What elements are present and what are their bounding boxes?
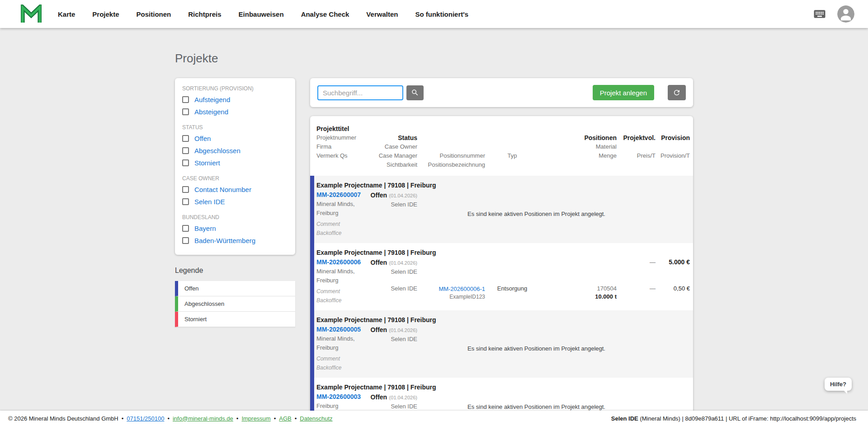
- project-title: Example Projectname | 79108 | Freiburg: [316, 248, 690, 257]
- legend-item-label: Abgeschlossen: [184, 300, 224, 307]
- checkbox-icon[interactable]: [182, 225, 189, 232]
- nav-item-richtpreis[interactable]: Richtpreis: [188, 10, 221, 18]
- checkbox-icon[interactable]: [182, 147, 189, 154]
- legend-title: Legende: [175, 267, 295, 275]
- nav-item-projekte[interactable]: Projekte: [92, 10, 119, 18]
- column-material: Material: [539, 142, 617, 151]
- filter-option-label[interactable]: Bayern: [194, 225, 216, 232]
- position-owner: Selen IDE: [366, 285, 417, 305]
- footer-link-phone[interactable]: 07151/250100: [127, 415, 164, 422]
- checkbox-icon[interactable]: [182, 237, 189, 244]
- case-owner: Selen IDE: [366, 335, 417, 343]
- column-status: Status: [366, 133, 417, 142]
- no-positions-message: Es sind keine aktiven Positionen im Proj…: [417, 403, 656, 410]
- position-menge: 10.000 t: [539, 293, 617, 300]
- nav-item-einbauweisen[interactable]: Einbauweisen: [239, 10, 284, 18]
- legend-item-storniert: Storniert: [175, 312, 295, 327]
- filter-option-label[interactable]: Baden-Württemberg: [194, 237, 255, 244]
- project-number-link[interactable]: MM-202600003: [316, 392, 361, 402]
- no-positions-message: Es sind keine aktiven Positionen im Proj…: [417, 211, 656, 217]
- filter-option-offen[interactable]: Offen: [182, 132, 288, 145]
- keyboard-icon[interactable]: [813, 7, 826, 21]
- checkbox-icon[interactable]: [182, 198, 189, 205]
- case-owner: Selen IDE: [366, 268, 417, 276]
- column-group-status: Status Case Owner Case Manager Sichtbark…: [366, 133, 417, 169]
- filter-option-baden-wuerttemberg[interactable]: Baden-Württemberg: [182, 234, 288, 247]
- project-number-link[interactable]: MM-202600006: [316, 257, 361, 267]
- project-city: Freiburg: [316, 209, 366, 218]
- page-title: Projekte: [175, 51, 693, 66]
- status-badge: Offen: [371, 393, 387, 401]
- position-provision: 0,50 €: [656, 285, 690, 305]
- help-button[interactable]: Hilfe?: [825, 378, 852, 391]
- case-owner: Selen IDE: [366, 201, 417, 208]
- project-note: Backoffice: [316, 296, 366, 305]
- column-provision-t: Provision/T: [656, 151, 690, 160]
- project-number-link[interactable]: MM-202600005: [316, 325, 361, 334]
- nav-item-so-funktionierts[interactable]: So funktioniert's: [415, 10, 468, 18]
- column-projektvol: Projektvol.: [617, 133, 656, 142]
- filter-option-label[interactable]: Storniert: [194, 159, 220, 167]
- footer-link-agb[interactable]: AGB: [279, 415, 291, 422]
- table-header: Projekttitel Projektnummer Firma Vermerk…: [310, 116, 693, 176]
- footer-link-datenschutz[interactable]: Datenschutz: [300, 415, 332, 422]
- nav-item-analyse-check[interactable]: Analyse Check: [301, 10, 349, 18]
- column-vermerk-qs: Vermerk Qs: [316, 151, 366, 160]
- filter-option-label[interactable]: Absteigend: [194, 108, 228, 116]
- refresh-button[interactable]: [668, 85, 686, 100]
- column-group-projektvol: Projektvol. Preis/T: [617, 133, 656, 169]
- user-avatar[interactable]: [837, 5, 854, 23]
- separator: •: [274, 415, 276, 422]
- filter-heading-case-owner: CASE OWNER: [182, 175, 288, 182]
- case-owner: Selen IDE: [366, 403, 417, 410]
- column-group-position: Positionsnummer Positionsbezeichnung: [417, 151, 485, 169]
- filter-option-label[interactable]: Abgeschlossen: [194, 147, 241, 154]
- nav-item-karte[interactable]: Karte: [58, 10, 75, 18]
- footer-link-impressum[interactable]: Impressum: [241, 415, 270, 422]
- filter-option-abgeschlossen[interactable]: Abgeschlossen: [182, 145, 288, 157]
- filter-option-bayern[interactable]: Bayern: [182, 222, 288, 234]
- legend-item-label: Offen: [184, 285, 199, 292]
- checkbox-icon[interactable]: [182, 108, 189, 115]
- copyright-text: © 2026 Mineral Minds Deutschland GmbH: [8, 415, 118, 422]
- column-group-projekt: Projektnummer Firma Vermerk Qs: [316, 133, 366, 169]
- main-area: Projekt anlegen Projekttitel Projektnumm…: [310, 78, 693, 426]
- search-button[interactable]: [406, 85, 424, 100]
- filter-heading-sortierung: SORTIERUNG (PROVISION): [182, 85, 288, 92]
- nav-item-positionen[interactable]: Positionen: [137, 10, 171, 18]
- column-case-manager: Case Manager: [366, 151, 417, 160]
- refresh-icon: [673, 89, 681, 97]
- create-project-button[interactable]: Projekt anlegen: [593, 85, 654, 100]
- footer-link-email[interactable]: info@mineral-minds.de: [173, 415, 233, 422]
- filter-option-storniert[interactable]: Storniert: [182, 157, 288, 169]
- top-navbar: Karte Projekte Positionen Richtpreis Ein…: [0, 0, 868, 28]
- project-row[interactable]: Example Projectname | 79108 | Freiburg M…: [310, 176, 693, 243]
- app-logo[interactable]: [21, 5, 42, 23]
- sidebar: SORTIERUNG (PROVISION) Aufsteigend Abste…: [175, 78, 295, 327]
- filter-option-label[interactable]: Aufsteigend: [194, 96, 230, 103]
- filter-option-label[interactable]: Contact Nonumber: [194, 186, 251, 193]
- checkbox-icon[interactable]: [182, 96, 189, 103]
- filter-option-selen-ide[interactable]: Selen IDE: [182, 196, 288, 208]
- filter-option-aufsteigend[interactable]: Aufsteigend: [182, 94, 288, 106]
- project-row[interactable]: Example Projectname | 79108 | Freiburg M…: [310, 310, 693, 378]
- status-date: (01.04.2026): [389, 193, 417, 198]
- project-number-link[interactable]: MM-202600007: [316, 190, 361, 200]
- position-number-link[interactable]: MM-202600006-1: [439, 285, 485, 293]
- projects-table: Projekttitel Projektnummer Firma Vermerk…: [310, 116, 693, 426]
- search-input[interactable]: [317, 85, 403, 100]
- filter-option-contact-nonumber[interactable]: Contact Nonumber: [182, 183, 288, 196]
- filter-option-absteigend[interactable]: Absteigend: [182, 106, 288, 118]
- nav-item-verwalten[interactable]: Verwalten: [366, 10, 398, 18]
- project-title: Example Projectname | 79108 | Freiburg: [316, 180, 690, 190]
- checkbox-icon[interactable]: [182, 186, 189, 193]
- checkbox-icon[interactable]: [182, 135, 189, 142]
- filter-option-label[interactable]: Offen: [194, 135, 211, 142]
- legend-item-offen: Offen: [175, 281, 295, 296]
- session-user: Selen IDE: [611, 415, 638, 422]
- column-group-provision: Provision Provision/T: [656, 133, 690, 169]
- column-preis-t: Preis/T: [617, 151, 656, 160]
- checkbox-icon[interactable]: [182, 159, 189, 166]
- filter-option-label[interactable]: Selen IDE: [194, 198, 225, 206]
- project-row[interactable]: Example Projectname | 79108 | Freiburg M…: [310, 243, 693, 310]
